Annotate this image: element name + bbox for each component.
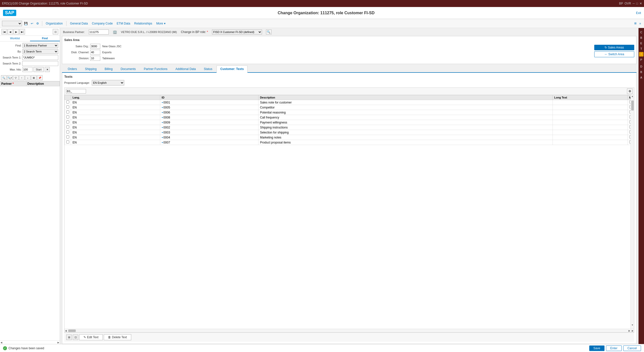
nav-organization[interactable]: Organization: [44, 21, 64, 26]
display-btn[interactable]: ⊡: [53, 29, 58, 34]
toolbar-select[interactable]: [2, 21, 22, 26]
scroll-v-thumb[interactable]: [631, 100, 634, 110]
tab-status[interactable]: Status: [200, 66, 216, 72]
scroll-right-corner-btn[interactable]: ▶: [632, 330, 634, 332]
right-icon-3[interactable]: E: [639, 41, 644, 46]
row-select-2[interactable]: [65, 110, 71, 115]
bp-search-button[interactable]: 🔍: [266, 30, 272, 34]
row-select-0[interactable]: [65, 100, 71, 105]
action-icon-btn-2[interactable]: ⊡: [73, 334, 78, 340]
by-select[interactable]: 2 Search Term: [22, 49, 58, 54]
sales-areas-button[interactable]: ↻ Sales Areas: [594, 45, 634, 50]
table-view-btn[interactable]: ⊞: [633, 21, 638, 26]
sort-asc-btn[interactable]: ↑: [19, 75, 24, 80]
action-icon-btn-1[interactable]: ⊞: [66, 334, 72, 340]
close-icon[interactable]: ✕: [640, 2, 642, 5]
row-select-3[interactable]: [65, 115, 71, 120]
bp-input[interactable]: [89, 30, 109, 34]
row-select-1[interactable]: [65, 105, 71, 110]
nav-general-data[interactable]: General Data: [68, 21, 89, 26]
proposed-lang-select[interactable]: EN English DE German FR French: [92, 80, 124, 86]
sa-dist-input[interactable]: [90, 50, 100, 55]
right-icon-10[interactable]: A: [639, 75, 644, 80]
edit-text-button[interactable]: ✎ Edit Text: [79, 334, 103, 340]
sap-logo[interactable]: SAP: [3, 10, 16, 16]
scroll-left-h-btn[interactable]: ◀: [65, 330, 67, 332]
bp-role-select[interactable]: FISD X Customer FI-SD (defined): [212, 30, 262, 34]
tab-billing[interactable]: Billing: [101, 66, 116, 72]
row-lang-3: EN: [71, 115, 160, 120]
right-icon-2[interactable]: B: [639, 36, 644, 40]
grid-view-btn[interactable]: ⊞: [31, 75, 36, 80]
texts-title: Texts: [64, 75, 634, 78]
right-icon-8[interactable]: D: [639, 64, 644, 69]
tab-additional-data[interactable]: Additional Data: [172, 66, 200, 72]
left-scrollbar[interactable]: ◀ ▶: [0, 340, 60, 344]
right-icon-4[interactable]: T: [639, 46, 644, 51]
scroll-left-arrow[interactable]: ◀: [0, 341, 2, 344]
nav-more[interactable]: More ▾: [155, 21, 167, 26]
min-icon[interactable]: ─: [632, 2, 635, 5]
exit-button[interactable]: Exit: [636, 11, 641, 15]
sort-desc-btn[interactable]: ↓: [25, 75, 30, 80]
row-select-4[interactable]: [65, 120, 71, 125]
list-view-btn[interactable]: ≡: [638, 21, 642, 26]
row-select-7[interactable]: [65, 135, 71, 140]
search-detail-btn[interactable]: 🔍+: [7, 75, 12, 80]
tab-customer-texts[interactable]: Customer: Texts: [216, 66, 248, 73]
scroll-down-btn[interactable]: ▼: [631, 324, 634, 329]
tab-find[interactable]: Find: [30, 36, 60, 41]
settings-icon: ⚙: [36, 22, 39, 25]
nav-company-code[interactable]: Company Code: [90, 21, 114, 26]
right-icon-6[interactable]: P: [639, 58, 644, 62]
tab-partner-functions[interactable]: Partner Functions: [140, 66, 171, 72]
scroll-h-thumb[interactable]: [68, 330, 76, 332]
search-icon-btn[interactable]: 🔍: [1, 75, 6, 80]
table-filter-input[interactable]: [66, 89, 86, 94]
table-scroll-wrapper[interactable]: Lang. ID Description Long Text M. EN: [64, 95, 634, 329]
max-icon[interactable]: □: [636, 2, 638, 5]
nav-last-btn[interactable]: ▶|: [20, 29, 25, 34]
nav-first-btn[interactable]: |◀: [2, 29, 7, 34]
nav-relationships[interactable]: Relationships: [133, 21, 154, 26]
search-term1-input[interactable]: [22, 55, 58, 60]
sa-div-input[interactable]: [90, 56, 100, 61]
collapse-btn[interactable]: ▽: [13, 75, 18, 80]
start-button[interactable]: Start: [34, 67, 44, 72]
sa-org-input[interactable]: [90, 44, 100, 49]
toolbar-btn-2[interactable]: ↩: [30, 21, 34, 26]
tab-documents[interactable]: Documents: [117, 66, 140, 72]
row-desc-5: Shipping instructions: [258, 125, 552, 130]
scroll-right-h-btn[interactable]: ▶: [628, 330, 630, 332]
right-icon-9[interactable]: B: [639, 70, 644, 74]
nav-next-btn[interactable]: ▶: [14, 29, 19, 34]
right-icon-1[interactable]: C: [639, 30, 644, 34]
right-icon-5[interactable]: !: [639, 52, 644, 56]
row-select-8[interactable]: [65, 140, 71, 145]
status-bar: ✓ Changes have been saved Save Enter Can…: [0, 344, 644, 352]
row-select-5[interactable]: [65, 125, 71, 130]
pin-btn[interactable]: 📌: [37, 75, 42, 80]
switch-area-button[interactable]: ↔ Switch Area: [594, 51, 634, 57]
scroll-up-btn[interactable]: ▲: [631, 95, 634, 100]
tab-orders[interactable]: Orders: [64, 66, 81, 72]
tab-worklist[interactable]: Worklist: [0, 36, 30, 41]
toolbar-btn-1[interactable]: 💾: [23, 21, 29, 26]
row-select-6[interactable]: [65, 130, 71, 135]
search-term2-input[interactable]: [22, 61, 58, 66]
scroll-v-area[interactable]: ▲ ▼: [630, 95, 634, 329]
nav-etm-data[interactable]: ETM Data: [115, 21, 132, 26]
toolbar-btn-3[interactable]: ⚙: [35, 21, 40, 26]
clear-button[interactable]: ✕: [45, 67, 50, 72]
save-button[interactable]: Save: [589, 346, 604, 351]
maxhits-input[interactable]: [22, 67, 32, 72]
find-select[interactable]: 1 Business Partner: [22, 43, 58, 48]
table-settings-button[interactable]: ⚙: [627, 88, 632, 94]
table-scroll-h[interactable]: ◀ ▶ ▶: [64, 329, 634, 332]
tab-shipping[interactable]: Shipping: [81, 66, 100, 72]
cancel-button[interactable]: Cancel: [623, 346, 641, 351]
delete-text-button[interactable]: 🗑 Delete Text: [104, 334, 131, 340]
enter-button[interactable]: Enter: [606, 346, 622, 351]
scroll-right-arrow[interactable]: ▶: [58, 341, 59, 344]
nav-prev-btn[interactable]: ◀: [8, 29, 13, 34]
